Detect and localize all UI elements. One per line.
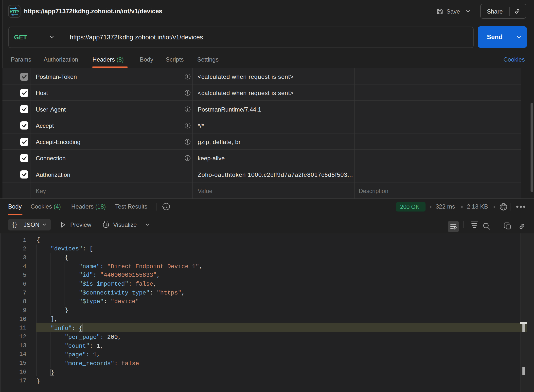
svg-text:HTTP: HTTP	[10, 9, 19, 14]
